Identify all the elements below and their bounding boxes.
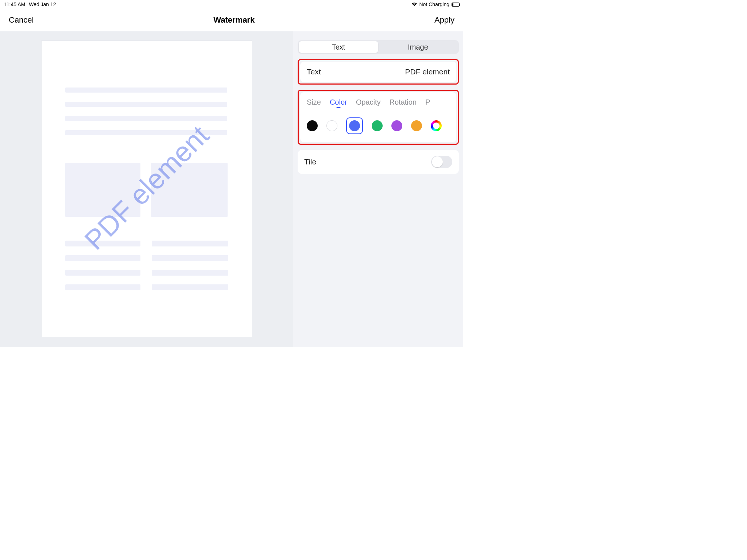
battery-icon — [452, 3, 460, 7]
controls-pane: Text Image Text PDF element Size Color O… — [293, 31, 463, 347]
color-swatch-orange[interactable] — [411, 120, 422, 131]
segment-text[interactable]: Text — [299, 41, 378, 53]
color-swatch-green[interactable] — [372, 120, 383, 131]
color-swatch-blue — [349, 120, 360, 131]
tile-toggle[interactable] — [431, 156, 452, 168]
preview-pane: PDF element — [0, 31, 293, 347]
page-title: Watermark — [213, 15, 255, 25]
tile-toggle-knob — [432, 156, 443, 167]
tab-rotation[interactable]: Rotation — [390, 98, 417, 106]
color-swatch-white[interactable] — [326, 120, 337, 131]
document-page-preview: PDF element — [42, 41, 252, 337]
property-tabs: Size Color Opacity Rotation P — [300, 92, 456, 108]
text-input-row[interactable]: Text PDF element — [300, 62, 456, 82]
apply-button[interactable]: Apply — [434, 15, 454, 25]
color-swatch-purple[interactable] — [391, 120, 402, 131]
watermark-type-segmented: Text Image — [298, 40, 459, 54]
annotation-highlight-text-row: Text PDF element — [298, 59, 459, 85]
tile-label: Tile — [304, 158, 316, 166]
tab-color[interactable]: Color — [330, 98, 347, 106]
cancel-button[interactable]: Cancel — [9, 15, 34, 25]
color-swatch-custom[interactable] — [431, 120, 442, 131]
color-swatches — [300, 108, 456, 142]
color-swatch-blue-selected[interactable] — [346, 117, 363, 134]
segment-image[interactable]: Image — [378, 41, 458, 53]
status-time: 11:45 AM — [4, 1, 25, 7]
tab-position-partial[interactable]: P — [425, 98, 430, 106]
text-row-label: Text — [307, 67, 321, 76]
status-date: Wed Jan 12 — [29, 1, 56, 7]
text-properties-card: Size Color Opacity Rotation P — [300, 92, 456, 142]
annotation-highlight-color-panel: Size Color Opacity Rotation P — [298, 90, 459, 145]
tab-size[interactable]: Size — [307, 98, 321, 106]
nav-bar: Cancel Watermark Apply — [0, 9, 463, 31]
status-bar: 11:45 AM Wed Jan 12 Not Charging — [0, 0, 463, 9]
workspace: PDF element Text Image Text PDF element … — [0, 31, 463, 347]
text-row-value[interactable]: PDF element — [405, 67, 450, 76]
tab-opacity[interactable]: Opacity — [356, 98, 381, 106]
status-battery-text: Not Charging — [419, 1, 450, 7]
color-swatch-black[interactable] — [307, 120, 318, 131]
tile-card: Tile — [298, 150, 459, 174]
wifi-icon — [411, 2, 417, 7]
